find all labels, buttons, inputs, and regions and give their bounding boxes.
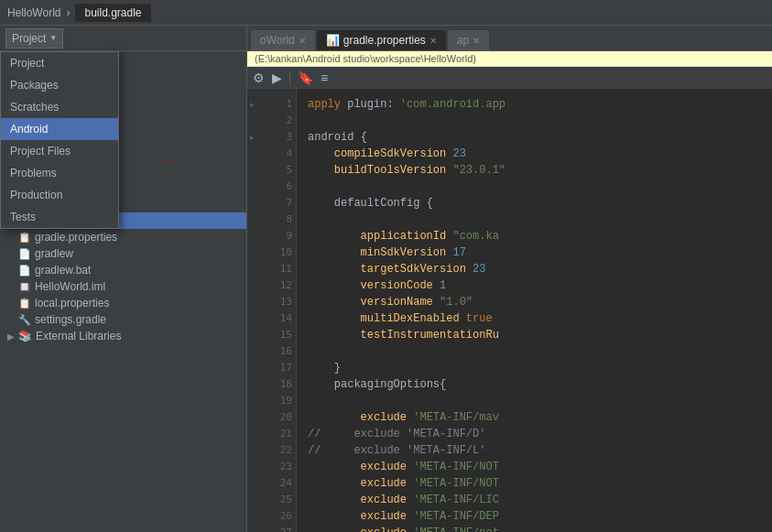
dropdown-item-packages[interactable]: Packages [1, 74, 118, 96]
tab-gradle-properties[interactable]: 📊 gradle.properties ✕ [317, 30, 446, 50]
tree-item-label: HelloWorld.iml [35, 280, 105, 293]
code-line-27: exclude 'META-INF/not [308, 525, 761, 532]
dropdown-item-android[interactable]: Android [1, 118, 118, 140]
tree-item-label: gradle.properties [35, 231, 117, 244]
chevron-right-icon: ▶ [7, 331, 15, 342]
tree-item-gradlew[interactable]: 📄 gradlew [0, 245, 246, 262]
tab-helloworld[interactable]: oWorld ✕ [251, 30, 315, 50]
file-tree: 🔧 build.gradle 📋 gradle.properties 📄 gra… [0, 209, 246, 532]
structure-icon[interactable]: ≡ [321, 71, 328, 85]
code-line-17: } [308, 360, 761, 376]
project-toolbar: Project ▼ [0, 26, 246, 51]
local-properties-icon: 📋 [18, 298, 31, 309]
dropdown-arrow-icon: ▼ [49, 34, 57, 42]
code-area: ▸ ▸ 1 2 3 4 5 6 7 8 9 10 11 12 13 14 15 … [247, 89, 772, 532]
code-line-12: versionCode 1 [308, 277, 761, 294]
bookmark-icon[interactable]: 🔖 [298, 71, 313, 85]
tree-item-label: gradlew [35, 247, 73, 260]
gutter-fold-7[interactable] [247, 113, 256, 129]
gradlew-bat-icon: 📄 [18, 265, 31, 277]
code-line-14: multiDexEnabled true [308, 310, 761, 327]
dropdown-item-scratches[interactable]: Scratches [1, 96, 118, 118]
settings-gradle-icon: 🔧 [18, 314, 31, 326]
dropdown-item-project-files[interactable]: Project Files [1, 140, 118, 162]
code-line-13: versionName "1.0" [308, 294, 761, 310]
tree-item-label: settings.gradle [35, 313, 106, 326]
title-bar: HelloWorld › build.gradle [0, 0, 772, 26]
editor-tabs: oWorld ✕ 📊 gradle.properties ✕ ap ✕ [247, 26, 772, 51]
tab-label: gradle.properties [343, 34, 426, 47]
tree-item-local-properties[interactable]: 📋 local.properties [0, 295, 246, 311]
dropdown-item-project[interactable]: Project [1, 52, 118, 74]
settings-icon[interactable]: ⚙ [253, 71, 265, 85]
code-line-1: apply plugin: 'com.android.app [308, 96, 761, 113]
code-line-6 [308, 179, 761, 195]
gutter-fold-3[interactable]: ▸ [247, 96, 256, 113]
code-line-9: applicationId "com.ka [308, 228, 761, 244]
code-line-25: exclude 'META-INF/LIC [308, 492, 761, 508]
dropdown-item-problems[interactable]: Problems [1, 162, 118, 184]
line-numbers: 1 2 3 4 5 6 7 8 9 10 11 12 13 14 15 16 1… [260, 89, 297, 532]
tree-item-helloworld-iml[interactable]: 🔲 HelloWorld.iml [0, 278, 246, 295]
project-selector-label: Project [12, 32, 46, 45]
tab-label: oWorld [260, 34, 295, 47]
title-tab-label: build.gradle [84, 6, 141, 19]
project-dropdown-menu: Project Packages Scratches Android Proje… [0, 51, 119, 229]
tree-item-gradlew-bat[interactable]: 📄 gradlew.bat [0, 262, 246, 278]
code-line-18: packagingOptions{ [308, 376, 761, 393]
tab-label: ap [457, 34, 469, 47]
gradlew-icon: 📄 [18, 248, 31, 260]
code-line-10: minSdkVersion 17 [308, 244, 761, 261]
gutter-fold-18[interactable]: ▸ [247, 129, 256, 146]
toolbar-separator [289, 71, 290, 85]
dropdown-item-tests[interactable]: Tests [1, 206, 118, 228]
code-line-7: defaultConfig { [308, 195, 761, 212]
tree-item-gradle-properties[interactable]: 📋 gradle.properties [0, 229, 246, 245]
code-line-16 [308, 343, 761, 360]
right-panel: oWorld ✕ 📊 gradle.properties ✕ ap ✕ (E:\… [247, 26, 772, 532]
app-title: HelloWorld [7, 6, 60, 19]
code-line-20: exclude 'META-INF/mav [308, 409, 761, 426]
editor-toolbar: ⚙ ▶ 🔖 ≡ [247, 67, 772, 89]
code-line-15: testInstrumentationRu [308, 327, 761, 343]
external-libraries-icon: 📚 [18, 330, 32, 342]
file-path: (E:\kankan\Android studio\workspace\Hell… [255, 53, 476, 64]
code-line-8 [308, 212, 761, 228]
code-line-26: exclude 'META-INF/DEP [308, 508, 761, 525]
tree-item-external-libraries[interactable]: ▶ 📚 External Libraries [0, 328, 246, 344]
code-line-21: // exclude 'META-INF/D' [308, 426, 761, 442]
tab-icon: 📊 [326, 34, 340, 47]
path-bar: (E:\kankan\Android studio\workspace\Hell… [247, 51, 772, 67]
tree-item-settings-gradle[interactable]: 🔧 settings.gradle [0, 311, 246, 328]
tab-ap[interactable]: ap ✕ [448, 30, 489, 50]
title-tab-build-gradle[interactable]: build.gradle [75, 4, 150, 22]
code-line-11: targetSdkVersion 23 [308, 261, 761, 277]
tree-item-label: External Libraries [36, 330, 121, 342]
code-line-4: compileSdkVersion 23 [308, 146, 761, 162]
code-line-23: exclude 'META-INF/NOT [308, 459, 761, 475]
tree-item-label: gradlew.bat [35, 264, 91, 277]
main-layout: Project ▼ Project Packages Scratches And… [0, 26, 772, 532]
svg-marker-1 [178, 161, 179, 162]
project-selector[interactable]: Project ▼ [5, 28, 63, 49]
code-gutter: ▸ ▸ [247, 89, 260, 532]
tab-close-icon[interactable]: ✕ [429, 36, 437, 46]
run-icon[interactable]: ▶ [272, 71, 282, 85]
code-line-2 [308, 113, 761, 129]
iml-icon: 🔲 [18, 281, 31, 293]
tab-close-icon[interactable]: ✕ [473, 36, 480, 46]
tab-close-icon[interactable]: ✕ [299, 36, 306, 46]
arrow-indicator [105, 161, 234, 163]
code-line-22: // exclude 'META-INF/L' [308, 442, 761, 459]
code-editor[interactable]: apply plugin: 'com.android.app android {… [297, 89, 772, 532]
code-line-3: android { [308, 129, 761, 146]
dropdown-item-production[interactable]: Production [1, 184, 118, 206]
gradle-properties-icon: 📋 [18, 232, 31, 244]
left-panel: Project ▼ Project Packages Scratches And… [0, 26, 247, 532]
code-line-5: buildToolsVersion "23.0.1" [308, 162, 761, 179]
tree-item-label: local.properties [35, 297, 109, 309]
code-line-24: exclude 'META-INF/NOT [308, 475, 761, 492]
code-line-19 [308, 393, 761, 409]
